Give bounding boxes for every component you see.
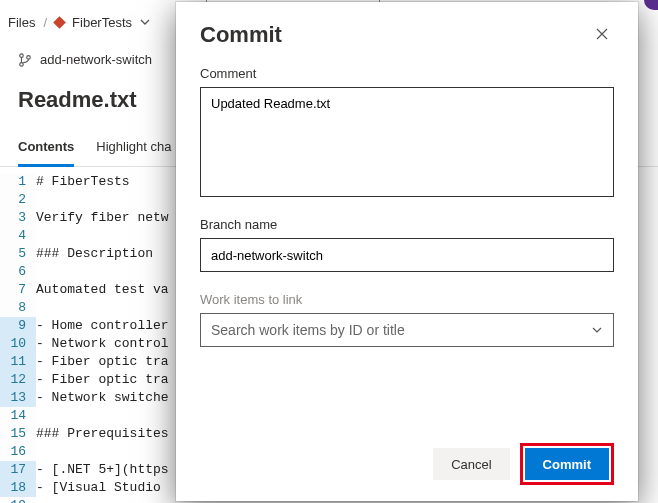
line-text: - Home controller — [36, 317, 169, 335]
line-number: 5 — [0, 245, 36, 263]
line-number: 15 — [0, 425, 36, 443]
chevron-down-icon — [591, 324, 603, 336]
comment-input[interactable] — [200, 87, 614, 197]
commit-highlight: Commit — [520, 443, 614, 485]
line-text: # FiberTests — [36, 173, 130, 191]
line-text: - [Visual Studio — [36, 479, 169, 497]
line-number: 17 — [0, 461, 36, 479]
workitems-placeholder: Search work items by ID or title — [211, 322, 405, 338]
line-text: ### Prerequisites — [36, 425, 169, 443]
tab-highlight[interactable]: Highlight cha — [96, 133, 171, 166]
svg-point-0 — [20, 53, 24, 57]
workitems-combobox[interactable]: Search work items by ID or title — [200, 313, 614, 347]
line-text: ### Description — [36, 245, 153, 263]
line-number: 6 — [0, 263, 36, 281]
commit-button[interactable]: Commit — [525, 448, 609, 480]
breadcrumb-root[interactable]: Files — [8, 15, 35, 30]
line-number: 1 — [0, 173, 36, 191]
workitems-label: Work items to link — [200, 292, 614, 307]
line-text: - [.NET 5+](https — [36, 461, 169, 479]
line-text: - Network switche — [36, 389, 169, 407]
line-number: 2 — [0, 191, 36, 209]
comment-label: Comment — [200, 66, 614, 81]
line-number: 7 — [0, 281, 36, 299]
line-text: - Fiber optic tra — [36, 371, 169, 389]
svg-point-2 — [27, 55, 31, 59]
branch-icon — [18, 53, 32, 67]
line-number: 10 — [0, 335, 36, 353]
svg-point-1 — [20, 62, 24, 66]
line-number: 14 — [0, 407, 36, 425]
branch-name[interactable]: add-network-switch — [40, 52, 152, 67]
line-number: 16 — [0, 443, 36, 461]
line-number: 4 — [0, 227, 36, 245]
line-number: 3 — [0, 209, 36, 227]
close-button[interactable] — [590, 22, 614, 46]
line-text: - Network control — [36, 335, 169, 353]
line-text: Verify fiber netw — [36, 209, 169, 227]
avatar[interactable] — [644, 0, 658, 10]
chevron-down-icon[interactable] — [140, 17, 150, 27]
line-text: - Fiber optic tra — [36, 353, 169, 371]
line-number: 11 — [0, 353, 36, 371]
line-number: 19 — [0, 497, 36, 503]
line-number: 12 — [0, 371, 36, 389]
line-number: 8 — [0, 299, 36, 317]
line-number: 9 — [0, 317, 36, 335]
line-number: 13 — [0, 389, 36, 407]
branch-input[interactable] — [200, 238, 614, 272]
line-number: 18 — [0, 479, 36, 497]
project-icon — [53, 16, 66, 29]
dialog-title: Commit — [200, 22, 282, 48]
line-text: Automated test va — [36, 281, 169, 299]
breadcrumb-project[interactable]: FiberTests — [72, 15, 132, 30]
breadcrumb-separator: / — [43, 15, 47, 30]
close-icon — [594, 26, 610, 42]
branch-label: Branch name — [200, 217, 614, 232]
commit-dialog: Commit Comment Branch name Work items to… — [176, 2, 638, 501]
tab-contents[interactable]: Contents — [18, 133, 74, 167]
cancel-button[interactable]: Cancel — [433, 448, 509, 480]
